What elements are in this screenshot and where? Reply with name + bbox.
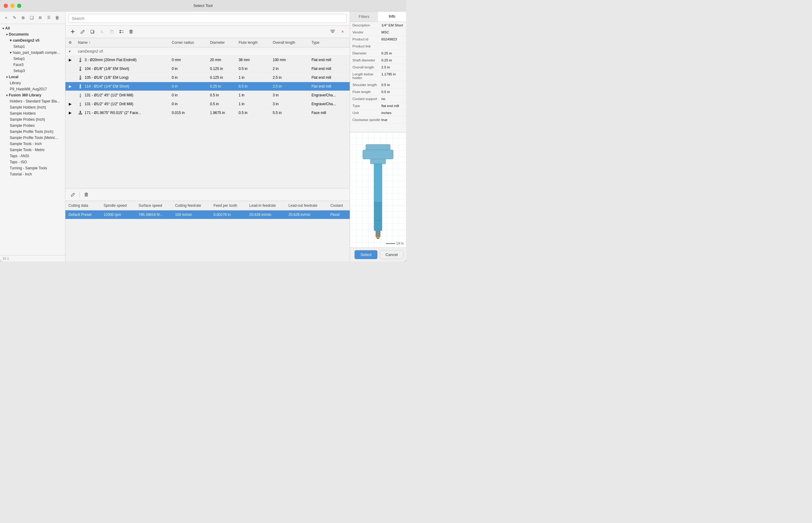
close-button[interactable] <box>4 4 8 8</box>
cutting-data-row[interactable]: Default Preset 12000 rpm 785.39816 ft/..… <box>66 211 350 219</box>
group-row-camdesign[interactable]: ▾ camDesign2 v5 <box>66 48 350 56</box>
table-row[interactable]: 104 - Ø1/8" (1/8" EM Short) 0 in 0.125 i… <box>66 65 350 73</box>
tool-icon <box>78 57 83 62</box>
tree-face3[interactable]: Face3 <box>0 62 65 68</box>
delete-button[interactable]: 🗑 <box>127 28 135 36</box>
search-input[interactable] <box>68 14 347 23</box>
surface-speed: 785.39816 ft/... <box>135 211 172 219</box>
add-button[interactable] <box>68 28 77 36</box>
tree-setup1b[interactable]: Setup1 <box>0 56 65 62</box>
svg-rect-30 <box>374 202 382 220</box>
tree-sample-probes[interactable]: Sample Probes <box>0 123 65 129</box>
col-name[interactable]: Name ↑ <box>75 38 169 48</box>
cut-button[interactable] <box>98 28 106 36</box>
tree-all[interactable]: ▾ All <box>0 25 65 31</box>
copy-button[interactable] <box>88 28 97 36</box>
col-diameter[interactable]: Diameter <box>207 38 236 48</box>
pencil-icon <box>71 193 75 197</box>
row-diameter: 0.5 in <box>207 100 236 109</box>
chevron-icon: ▾ <box>6 75 7 79</box>
tree-p9[interactable]: P9_HaasMill_Aug2017 <box>0 86 65 92</box>
tree-sample-profile-metric[interactable]: Sample Profile Tools (Metric... <box>0 135 65 141</box>
table-row[interactable]: ▶ 114 - Ø1/4" (1/4" EM Short) 0 in 0.25 … <box>66 82 350 91</box>
col-cutting-feedrate: Cutting feedrate <box>172 201 210 211</box>
info-value: flat end mill <box>381 104 399 108</box>
row-type: Engrave/Cha... <box>308 100 350 109</box>
tree-tutorial[interactable]: Tutorial - Inch <box>0 171 65 177</box>
col-overall-length[interactable]: Overall length <box>270 38 308 48</box>
row-type: Flat end mill <box>308 56 350 65</box>
sidebar: + ✎ ⊕ ❑ ⊞ ☰ 🗑 ▾ All ▾ Documents <box>0 12 66 262</box>
table-row[interactable]: ▶ 3 - Ø20mm (20mm Flat Endmill) 0 mm 20 … <box>66 56 350 65</box>
row-corner-radius: 0 in <box>169 65 207 73</box>
move-tool-button[interactable]: ⊞ <box>36 14 44 21</box>
col-settings[interactable]: ⚙ <box>66 38 75 48</box>
paste-button[interactable] <box>107 28 116 36</box>
tree-taps-ansi[interactable]: Taps - ANSI <box>0 153 65 159</box>
bottom-delete-button[interactable]: 🗑 <box>82 190 91 199</box>
tool-icon <box>78 110 83 115</box>
row-flute-length: 1 in <box>236 73 270 82</box>
bottom-edit-button[interactable] <box>68 190 77 199</box>
copy-tool-button[interactable]: ⊕ <box>19 14 27 21</box>
tree-sample-tools-inch[interactable]: Sample Tools - Inch <box>0 141 65 147</box>
maximize-button[interactable] <box>17 4 21 8</box>
filter-button[interactable] <box>328 28 337 36</box>
add-tool-button[interactable]: + <box>2 14 10 21</box>
tab-filters[interactable]: Filters <box>350 12 378 22</box>
tree-sample-tools-metric[interactable]: Sample Tools - Metric <box>0 147 65 153</box>
group-expand: ▾ <box>66 48 75 56</box>
edit-tool-button[interactable]: ✎ <box>11 14 18 21</box>
col-type[interactable]: Type <box>308 38 350 48</box>
info-label: Description <box>352 23 381 27</box>
filter-icon <box>330 29 335 34</box>
tree-sample-probes-inch[interactable]: Sample Probes (Inch) <box>0 116 65 123</box>
duplicate-tool-button[interactable]: ❑ <box>28 14 35 21</box>
info-value: no <box>381 97 385 101</box>
minimize-button[interactable] <box>10 4 15 8</box>
info-row-unit: Unit inches <box>350 109 406 116</box>
tree-setup1a[interactable]: Setup1 <box>0 43 65 50</box>
tree-setup3[interactable]: Setup3 <box>0 68 65 74</box>
table-row[interactable]: ▶ 171 - Ø1.9675" R0.015" (2" Face... 0.0… <box>66 109 350 118</box>
tree-turning[interactable]: Turning - Sample Tools <box>0 165 65 171</box>
row-flute-length: 38 mm <box>236 56 270 65</box>
tool-icon <box>78 66 83 71</box>
svg-rect-28 <box>370 159 386 164</box>
row-type: Face mill <box>308 109 350 118</box>
svg-rect-33 <box>376 231 380 237</box>
info-row-spindle: Clockwise spindle true <box>350 116 406 124</box>
table-row[interactable]: ▶ 131 - Ø1/2" 45° (1/2" Drill Mill) 0 in… <box>66 100 350 109</box>
info-label: Shoulder length <box>352 83 381 87</box>
svg-rect-21 <box>80 96 81 97</box>
tree-local[interactable]: ▾ Local <box>0 74 65 80</box>
tree-sample-profile-inch[interactable]: Sample Profile Tools (Inch) <box>0 129 65 135</box>
tree-sample-holders[interactable]: Sample Holders <box>0 110 65 116</box>
table-row[interactable]: 131 - Ø1/2" 45° (1/2" Drill Mill) 0 in 0… <box>66 91 350 100</box>
row-diameter: 1.9675 in <box>207 109 236 118</box>
tree-fusion360[interactable]: ▾ Fusion 360 Library <box>0 92 65 98</box>
info-label: Coolant support <box>352 97 381 101</box>
tree-library[interactable]: Library <box>0 80 65 86</box>
tree-haas[interactable]: ▾ haas_part_toolpath comple... <box>0 50 65 56</box>
info-row-type: Type flat end mill <box>350 103 406 109</box>
tree-documents[interactable]: ▾ Documents <box>0 31 65 37</box>
list-view-button[interactable] <box>117 28 126 36</box>
right-tabs: Filters Info <box>350 12 406 22</box>
svg-rect-34 <box>376 237 380 238</box>
edit-button[interactable] <box>78 28 87 36</box>
tree-camdesign[interactable]: ▾ camDesign2 v5 <box>0 37 65 43</box>
table-row[interactable]: 105 - Ø1/8" (1/8" EM Long) 0 in 0.125 in… <box>66 73 350 82</box>
list-tool-button[interactable]: ☰ <box>45 14 52 21</box>
col-corner-radius[interactable]: Corner radius <box>169 38 207 48</box>
cancel-button[interactable]: Cancel <box>380 250 403 259</box>
tab-info[interactable]: Info <box>378 12 406 22</box>
select-button[interactable]: Select <box>355 250 377 259</box>
tree-sample-holders-inch[interactable]: Sample Holders (Inch) <box>0 104 65 110</box>
col-flute-length[interactable]: Flute length <box>236 38 270 48</box>
tree-holders[interactable]: Holders - Standard Taper Bla... <box>0 98 65 104</box>
tree-taps-iso[interactable]: Taps - ISO <box>0 159 65 165</box>
svg-rect-26 <box>366 144 390 150</box>
clear-filter-button[interactable]: ✕ <box>338 28 347 36</box>
delete-tool-button[interactable]: 🗑 <box>54 14 61 21</box>
